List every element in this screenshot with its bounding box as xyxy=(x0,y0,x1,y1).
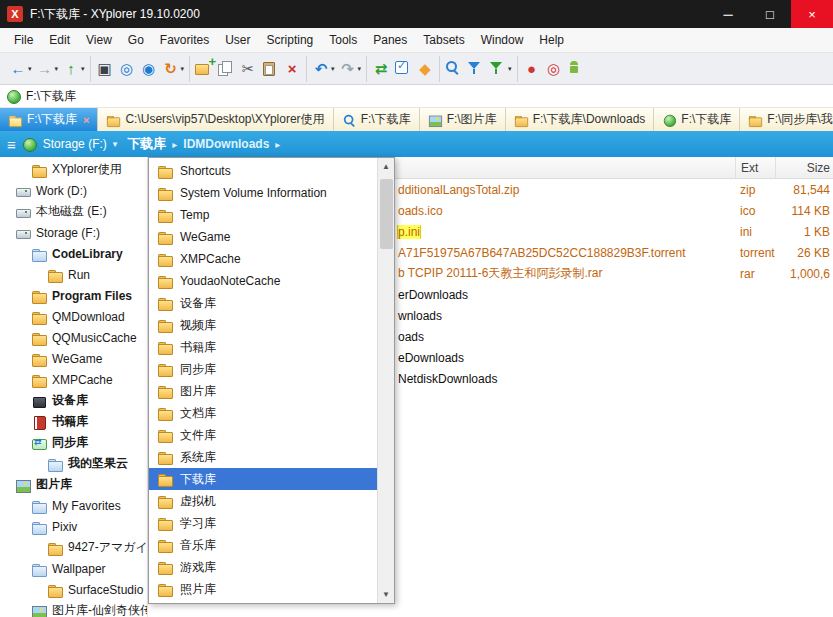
dropdown-item[interactable]: 文件库 xyxy=(149,424,377,446)
checkbox-selection-button[interactable] xyxy=(392,57,414,81)
dropdown-item[interactable]: 图片库 xyxy=(149,380,377,402)
refresh-button[interactable]: ↻ xyxy=(160,57,187,81)
copy-button[interactable] xyxy=(215,57,237,81)
column-header-ext[interactable]: Ext xyxy=(735,157,775,178)
dropdown-item[interactable]: 设备库 xyxy=(149,292,377,314)
tree-item[interactable]: 图片库-仙剑奇侠传 xyxy=(0,600,147,617)
favorites-highlight-button[interactable]: ◆ xyxy=(414,57,436,81)
dropdown-item[interactable]: System Volume Information xyxy=(149,182,377,204)
sync-folders-button[interactable]: ⇄ xyxy=(370,57,392,81)
menu-item[interactable]: File xyxy=(6,28,41,52)
tree-item[interactable]: 设备库 xyxy=(0,390,147,411)
tab[interactable]: F:\下载库\Downloads × xyxy=(506,108,655,131)
tree-item[interactable]: CodeLibrary xyxy=(0,243,147,264)
menu-item[interactable]: Panes xyxy=(365,28,415,52)
scrollbar-thumb[interactable] xyxy=(380,179,393,249)
dropdown-item[interactable]: 视频库 xyxy=(149,314,377,336)
tree-item[interactable]: QQMusicCache xyxy=(0,327,147,348)
up-button[interactable]: ↑ xyxy=(60,57,87,81)
tab[interactable]: F:\下载库 × xyxy=(654,108,740,131)
menu-item[interactable]: Help xyxy=(531,28,572,52)
filter-button[interactable] xyxy=(465,57,487,81)
menu-item[interactable]: View xyxy=(78,28,120,52)
tab[interactable]: F:\图片库 × xyxy=(420,108,506,131)
tree-item[interactable]: 我的坚果云 xyxy=(0,453,147,474)
breadcrumb-drive[interactable]: Storage (F:) xyxy=(43,137,107,151)
address-bar[interactable]: F:\下载库 xyxy=(0,85,833,108)
dropdown-item[interactable]: 书籍库 xyxy=(149,336,377,358)
dropdown-item[interactable]: WeGame xyxy=(149,226,377,248)
tree-item[interactable]: QMDownload xyxy=(0,306,147,327)
redo-button[interactable]: ↷ xyxy=(337,57,364,81)
minimize-button[interactable]: ─ xyxy=(707,0,749,28)
visual-filter-button[interactable] xyxy=(487,57,514,81)
back-button[interactable]: ← xyxy=(7,57,34,81)
tree-item[interactable]: XYplorer使用 xyxy=(0,159,147,180)
dropdown-item[interactable]: XMPCache xyxy=(149,248,377,270)
dropdown-item[interactable]: 游戏库 xyxy=(149,556,377,578)
tree-item[interactable]: Program Files xyxy=(0,285,147,306)
zoom-button[interactable]: ◉ xyxy=(138,57,160,81)
tree-item[interactable]: Run xyxy=(0,264,147,285)
dropdown-item[interactable]: 音乐库 xyxy=(149,534,377,556)
tree-item[interactable]: 本地磁盘 (E:) xyxy=(0,201,147,222)
tree-item[interactable]: My Favorites xyxy=(0,495,147,516)
maximize-button[interactable]: □ xyxy=(749,0,791,28)
dropdown-item[interactable]: 虚拟机 xyxy=(149,490,377,512)
column-header-size[interactable]: Size xyxy=(775,157,833,178)
dropdown-item[interactable]: 系统库 xyxy=(149,446,377,468)
dropdown-item[interactable]: 下载库 xyxy=(149,468,377,490)
forward-button[interactable]: → xyxy=(34,57,61,81)
menu-item[interactable]: Go xyxy=(120,28,152,52)
paste-button[interactable] xyxy=(259,57,281,81)
menu-item[interactable]: Window xyxy=(473,28,532,52)
menu-item[interactable]: Tools xyxy=(321,28,365,52)
breadcrumb-drive-caret-icon[interactable]: ▾ xyxy=(113,139,118,149)
dropdown-item[interactable]: 文档库 xyxy=(149,402,377,424)
tree-item[interactable]: Storage (F:) xyxy=(0,222,147,243)
tree-item[interactable]: 9427-アマガイ xyxy=(0,537,147,558)
tab[interactable]: F:\同步库\我 × xyxy=(740,108,833,131)
dropdown-item[interactable]: Shortcuts xyxy=(149,160,377,182)
tree-item[interactable]: 书籍库 xyxy=(0,411,147,432)
tab-close-icon[interactable]: × xyxy=(83,114,89,126)
tab[interactable]: C:\Users\vip57\Desktop\XYplorer使用 × xyxy=(98,108,333,131)
android-sync-button[interactable] xyxy=(565,57,587,81)
menu-item[interactable]: Edit xyxy=(41,28,78,52)
tree-item[interactable]: 同步库 xyxy=(0,432,147,453)
delete-button[interactable]: × xyxy=(281,57,303,81)
new-folder-button[interactable] xyxy=(193,57,215,81)
tree-item[interactable]: SurfaceStudio xyxy=(0,579,147,600)
menu-item[interactable]: Favorites xyxy=(152,28,217,52)
tab[interactable]: F:\下载库 × xyxy=(0,108,98,131)
menu-item[interactable]: Scripting xyxy=(259,28,322,52)
tree-item[interactable]: 图片库 xyxy=(0,474,147,495)
dropdown-item[interactable]: 学习库 xyxy=(149,512,377,534)
tree-item[interactable]: Wallpaper xyxy=(0,558,147,579)
undo-button[interactable]: ↶ xyxy=(310,57,337,81)
menu-item[interactable]: Tabsets xyxy=(415,28,472,52)
tree-item[interactable]: Work (D:) xyxy=(0,180,147,201)
scrollbar-track[interactable] xyxy=(378,175,395,586)
tree-item[interactable]: WeGame xyxy=(0,348,147,369)
dropdown-item[interactable]: 照片库 xyxy=(149,578,377,600)
dropdown-scrollbar[interactable]: ▲ ▼ xyxy=(377,158,394,603)
breadcrumb-child-folder[interactable]: IDMDownloads xyxy=(183,137,269,151)
dropdown-item[interactable]: Temp xyxy=(149,204,377,226)
close-button[interactable]: × xyxy=(791,0,833,28)
spiral-tool-button[interactable]: ◎ xyxy=(543,57,565,81)
color-filter-button[interactable]: ● xyxy=(521,57,543,81)
find-files-button[interactable] xyxy=(443,57,465,81)
hotlist-button[interactable]: ◎ xyxy=(116,57,138,81)
scroll-down-icon[interactable]: ▼ xyxy=(378,586,395,603)
tree-item[interactable]: XMPCache xyxy=(0,369,147,390)
breadcrumb-current-folder[interactable]: 下载库 xyxy=(127,135,166,153)
tab[interactable]: F:\下载库 × xyxy=(334,108,420,131)
hamburger-menu-icon[interactable]: ≡ xyxy=(7,136,16,153)
tree-item[interactable]: Pixiv xyxy=(0,516,147,537)
dropdown-item[interactable]: YoudaoNoteCache xyxy=(149,270,377,292)
cut-button[interactable]: ✂ xyxy=(237,57,259,81)
show-preview-button[interactable]: ▣ xyxy=(94,57,116,81)
menu-item[interactable]: User xyxy=(217,28,258,52)
dropdown-item[interactable]: 同步库 xyxy=(149,358,377,380)
